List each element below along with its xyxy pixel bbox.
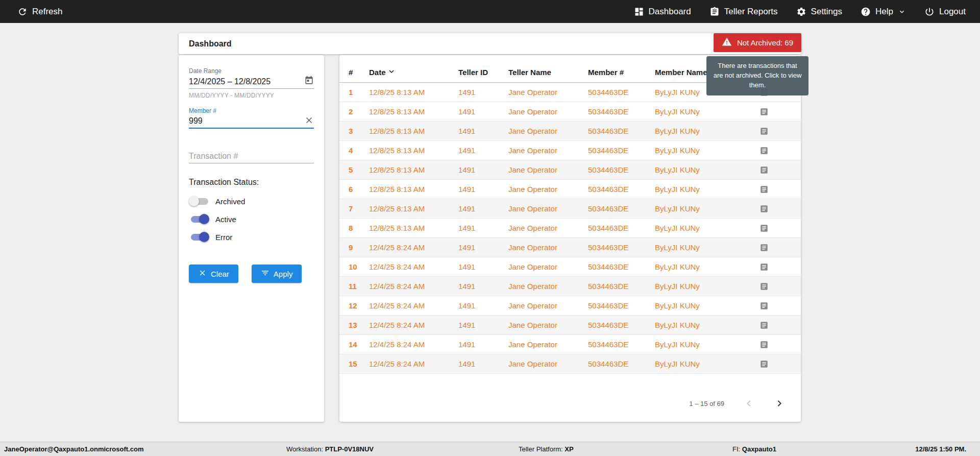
row-member-number: 5034463DE	[588, 204, 655, 213]
status-toggle[interactable]: Error	[189, 231, 314, 243]
row-member-number: 5034463DE	[588, 224, 655, 232]
status-toggle[interactable]: Archived	[189, 195, 314, 207]
apply-button[interactable]: Apply	[252, 265, 302, 283]
note-icon[interactable]	[760, 185, 792, 194]
note-icon[interactable]	[760, 107, 792, 116]
refresh-button[interactable]: Refresh	[17, 7, 63, 17]
toggle-switch-icon	[189, 231, 210, 243]
status-toggle[interactable]: Active	[189, 213, 314, 225]
note-icon[interactable]	[760, 321, 792, 330]
row-member-name: ByLyJI KUNy	[655, 359, 760, 368]
filter-icon	[261, 269, 270, 279]
note-icon[interactable]	[760, 146, 792, 155]
row-member-number: 5034463DE	[588, 262, 655, 271]
toggle-switch-icon	[189, 195, 210, 207]
fi-value: Qaxpauto1	[742, 445, 776, 453]
row-member-name: ByLyJI KUNy	[655, 282, 760, 291]
platform-label: Teller Platform:	[519, 445, 563, 453]
note-icon[interactable]	[760, 127, 792, 136]
workstation-label: Workstation:	[286, 445, 323, 453]
nav-logout[interactable]: Logout	[924, 7, 966, 17]
table-row[interactable]: 6 12/8/25 8:13 AM 1491 Jane Operator 503…	[339, 180, 801, 199]
row-teller-name: Jane Operator	[508, 301, 588, 310]
nav-help[interactable]: Help	[861, 7, 906, 17]
table-row[interactable]: 11 12/4/25 8:24 AM 1491 Jane Operator 50…	[339, 277, 801, 296]
row-teller-id: 1491	[458, 243, 508, 252]
row-member-name: ByLyJI KUNy	[655, 204, 760, 213]
fi-label: FI:	[732, 445, 740, 453]
row-date: 12/8/25 8:13 AM	[369, 88, 458, 97]
row-teller-id: 1491	[458, 127, 508, 135]
note-icon[interactable]	[760, 204, 792, 213]
table-row[interactable]: 8 12/8/25 8:13 AM 1491 Jane Operator 503…	[339, 219, 801, 238]
note-icon[interactable]	[760, 340, 792, 349]
table-row[interactable]: 14 12/4/25 8:24 AM 1491 Jane Operator 50…	[339, 335, 801, 354]
row-teller-name: Jane Operator	[508, 185, 588, 194]
not-archived-badge[interactable]: Not Archived: 69	[714, 33, 801, 52]
table-row[interactable]: 7 12/8/25 8:13 AM 1491 Jane Operator 503…	[339, 199, 801, 219]
table-row[interactable]: 13 12/4/25 8:24 AM 1491 Jane Operator 50…	[339, 316, 801, 335]
note-icon[interactable]	[760, 224, 792, 233]
nav-logout-label: Logout	[939, 7, 966, 17]
transaction-input[interactable]	[189, 152, 314, 161]
note-icon[interactable]	[760, 359, 792, 369]
refresh-label: Refresh	[32, 7, 63, 17]
clear-button[interactable]: Clear	[189, 265, 238, 283]
member-input[interactable]	[189, 116, 304, 126]
note-icon[interactable]	[760, 262, 792, 272]
row-member-name: ByLyJI KUNy	[655, 262, 760, 271]
row-teller-id: 1491	[458, 340, 508, 349]
date-format-hint: MM/DD/YYYY - MM/DD/YYYY	[189, 92, 314, 99]
row-teller-id: 1491	[458, 88, 508, 97]
row-member-number: 5034463DE	[588, 127, 655, 135]
reports-icon	[709, 7, 720, 17]
row-teller-id: 1491	[458, 146, 508, 155]
row-date: 12/8/25 8:13 AM	[369, 165, 458, 174]
row-number: 10	[349, 262, 369, 271]
note-icon[interactable]	[760, 243, 792, 252]
table-row[interactable]: 9 12/4/25 8:24 AM 1491 Jane Operator 503…	[339, 238, 801, 257]
date-sort-button[interactable]: Date	[369, 67, 458, 78]
row-member-number: 5034463DE	[588, 321, 655, 329]
note-icon[interactable]	[760, 282, 792, 291]
row-teller-name: Jane Operator	[508, 224, 588, 232]
nav-settings[interactable]: Settings	[796, 7, 842, 17]
nav-teller-reports[interactable]: Teller Reports	[709, 7, 778, 17]
col-number: #	[349, 68, 369, 77]
table-row[interactable]: 2 12/8/25 8:13 AM 1491 Jane Operator 503…	[339, 102, 801, 122]
row-member-number: 5034463DE	[588, 301, 655, 310]
nav-dashboard[interactable]: Dashboard	[634, 7, 691, 17]
transactions-table-card: # Date Teller ID Teller Name Member # Me…	[339, 55, 801, 422]
row-date: 12/4/25 8:24 AM	[369, 359, 458, 368]
table-row[interactable]: 12 12/4/25 8:24 AM 1491 Jane Operator 50…	[339, 296, 801, 316]
next-page-button[interactable]	[773, 397, 786, 410]
table-row[interactable]: 5 12/8/25 8:13 AM 1491 Jane Operator 503…	[339, 160, 801, 180]
user-email: JaneOperator@Qaxpauto1.onmicrosoft.com	[4, 442, 143, 456]
row-date: 12/4/25 8:24 AM	[369, 340, 458, 349]
toggle-switch-icon	[189, 213, 210, 225]
note-icon[interactable]	[760, 301, 792, 310]
table-row[interactable]: 10 12/4/25 8:24 AM 1491 Jane Operator 50…	[339, 257, 801, 277]
transaction-status-heading: Transaction Status:	[189, 178, 314, 187]
filter-panel: Date Range MM/DD/YYYY - MM/DD/YYYY Membe…	[179, 55, 324, 422]
previous-page-button[interactable]	[743, 397, 755, 410]
row-number: 6	[349, 185, 369, 194]
row-number: 15	[349, 359, 369, 368]
row-member-name: ByLyJI KUNy	[655, 340, 760, 349]
page-header-card: Dashboard Not Archived: 69	[179, 33, 801, 54]
table-row[interactable]: 4 12/8/25 8:13 AM 1491 Jane Operator 503…	[339, 141, 801, 160]
date-range-input[interactable]	[189, 77, 304, 86]
row-member-number: 5034463DE	[588, 107, 655, 116]
nav-dashboard-label: Dashboard	[649, 7, 691, 17]
row-member-number: 5034463DE	[588, 243, 655, 252]
note-icon[interactable]	[760, 165, 792, 175]
row-teller-name: Jane Operator	[508, 204, 588, 213]
calendar-icon[interactable]	[304, 76, 314, 87]
clear-member-icon[interactable]	[304, 115, 314, 127]
row-member-name: ByLyJI KUNy	[655, 146, 760, 155]
member-number-field: Member #	[189, 107, 314, 129]
toggle-label: Archived	[215, 197, 245, 206]
col-date-label: Date	[369, 68, 386, 77]
table-row[interactable]: 3 12/8/25 8:13 AM 1491 Jane Operator 503…	[339, 122, 801, 141]
table-row[interactable]: 15 12/4/25 8:24 AM 1491 Jane Operator 50…	[339, 354, 801, 374]
